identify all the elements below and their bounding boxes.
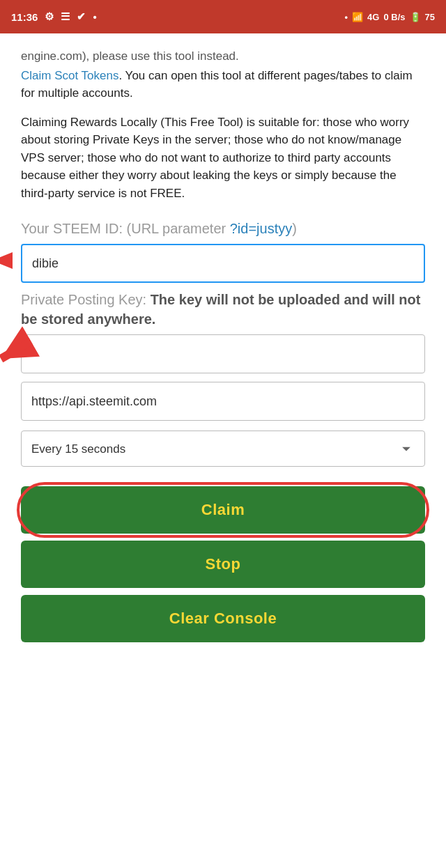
api-url-section [21,382,425,424]
private-key-input[interactable] [21,334,425,373]
gear-icon [45,10,54,23]
steem-id-label-end: ) [292,221,297,236]
private-key-label: Private Posting Key: The key will not be… [21,290,425,329]
signal-icon: 📶 [352,12,363,22]
status-right: • 📶 4G 0 B/s 🔋 75 [345,12,435,22]
steem-id-section: Your STEEM ID: (URL parameter ?id=justyy… [21,219,425,286]
network-badge: 4G [367,12,379,22]
private-key-section: Private Posting Key: The key will not be… [21,290,425,376]
interval-section: Every 15 seconds Every 30 seconds Every … [21,431,425,475]
status-left: 11:36 ☰ ✔ • [11,10,97,23]
time-display: 11:36 [11,11,38,23]
dot-icon: • [93,11,96,23]
data-speed: 0 B/s [383,12,405,22]
doc-icon: ☰ [61,10,70,23]
steem-id-label: Your STEEM ID: (URL parameter ?id=justyy… [21,219,425,238]
private-key-label-text: Private Posting Key: [21,292,151,307]
clear-console-button[interactable]: Clear Console [21,595,425,642]
battery-level: 75 [425,12,435,22]
claim-button[interactable]: Claim [21,486,425,534]
steem-id-input[interactable] [21,244,425,283]
svg-rect-1 [0,258,13,263]
intro-paragraph: Claim Scot Tokens. You can open this too… [21,67,425,102]
api-url-input[interactable] [21,382,425,421]
claim-scot-tokens-link[interactable]: Claim Scot Tokens [21,69,118,82]
stop-button[interactable]: Stop [21,541,425,588]
steem-id-label-text: Your STEEM ID: (URL parameter [21,221,230,236]
interval-select[interactable]: Every 15 seconds Every 30 seconds Every … [21,431,425,467]
top-cut-text-gray: engine.com), please use this tool instea… [21,49,239,63]
top-cut-text: engine.com), please use this tool instea… [21,45,425,65]
status-bar: 11:36 ☰ ✔ • • 📶 4G 0 B/s 🔋 75 [0,0,446,33]
main-content: engine.com), please use this tool instea… [0,33,446,660]
description-block: Claiming Rewards Locally (This Free Tool… [21,114,425,203]
battery-icon: 🔋 [410,12,421,22]
shield-icon: ✔ [77,10,86,23]
dot2-icon: • [345,12,348,22]
steem-id-link[interactable]: ?id=justyy [230,221,293,236]
steem-arrow-icon [0,245,13,276]
claim-button-wrapper: Claim [21,486,425,534]
